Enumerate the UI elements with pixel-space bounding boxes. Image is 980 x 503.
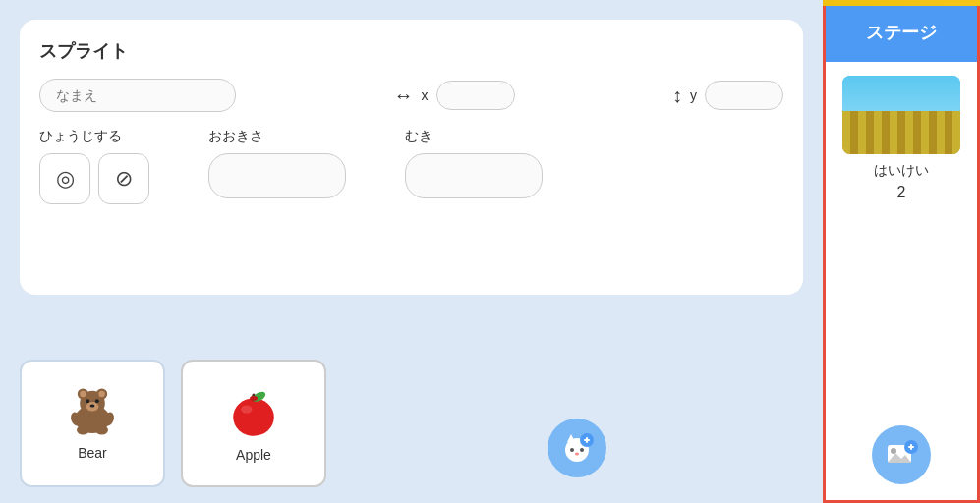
- svg-point-11: [95, 425, 108, 435]
- svg-point-4: [80, 391, 86, 397]
- add-sprite-button[interactable]: [548, 419, 606, 477]
- size-label: おおきさ: [208, 128, 346, 145]
- svg-point-22: [570, 448, 574, 452]
- svg-point-10: [77, 425, 89, 435]
- thumbnail-field: [842, 111, 960, 154]
- svg-rect-27: [586, 437, 588, 443]
- sprite-name-apple: Apple: [236, 447, 271, 463]
- x-coord-group: ↔ x: [394, 81, 515, 110]
- direction-input[interactable]: [405, 153, 543, 198]
- visibility-section: ひょうじする ◎ ⊘: [39, 128, 149, 204]
- add-backdrop-button[interactable]: [872, 425, 931, 484]
- direction-label: むき: [405, 128, 543, 145]
- apple-icon: [226, 384, 281, 439]
- svg-point-24: [575, 453, 579, 456]
- stage-button[interactable]: ステージ: [826, 3, 977, 62]
- hide-button[interactable]: ⊘: [98, 153, 149, 204]
- size-input[interactable]: [208, 153, 346, 198]
- show-button[interactable]: ◎: [39, 153, 90, 204]
- svg-point-18: [250, 396, 258, 401]
- sprite-panel: スプライト ↔ x ↕ y: [20, 20, 803, 295]
- svg-point-9: [90, 404, 95, 407]
- svg-point-8: [95, 399, 99, 403]
- eye-icon: ◎: [56, 166, 75, 192]
- sprite-name-input[interactable]: [39, 79, 236, 112]
- sprite-list: Bear Apple: [0, 344, 823, 503]
- eye-slash-icon: ⊘: [115, 166, 133, 192]
- x-label: x: [422, 87, 429, 103]
- visibility-buttons: ◎ ⊘: [39, 153, 149, 204]
- sprite-item-apple[interactable]: Apple: [181, 360, 326, 487]
- svg-point-7: [86, 399, 89, 403]
- thumbnail-sky: [842, 76, 960, 111]
- properties-row: ひょうじする ◎ ⊘ おおきさ: [39, 128, 783, 204]
- sprite-panel-title: スプライト: [39, 39, 783, 63]
- svg-point-14: [233, 398, 274, 435]
- svg-marker-20: [567, 434, 575, 442]
- stage-panel: ステージ はいけい 2: [823, 0, 980, 503]
- main-area: スプライト ↔ x ↕ y: [0, 0, 823, 503]
- y-axis-icon: ↕: [672, 84, 682, 107]
- add-backdrop-icon: [884, 437, 919, 473]
- x-input[interactable]: [436, 81, 515, 110]
- size-section: おおきさ: [208, 128, 346, 204]
- visibility-label: ひょうじする: [39, 128, 149, 145]
- svg-point-5: [98, 391, 104, 397]
- add-sprite-icon: [559, 430, 595, 466]
- x-axis-icon: ↔: [394, 84, 414, 107]
- svg-point-23: [580, 448, 584, 452]
- sprite-controls: ↔ x ↕ y: [39, 79, 783, 112]
- sprite-name-bear: Bear: [78, 445, 107, 461]
- y-input[interactable]: [705, 81, 783, 110]
- sprite-item-bear[interactable]: Bear: [20, 360, 165, 487]
- y-coord-group: ↕ y: [672, 81, 783, 110]
- stage-count: 2: [897, 184, 906, 201]
- svg-point-15: [241, 406, 252, 414]
- svg-rect-33: [910, 444, 912, 450]
- stage-thumbnail: [842, 76, 960, 154]
- stage-background-label: はいけい: [874, 162, 929, 180]
- direction-section: むき: [405, 128, 543, 204]
- bear-icon: [61, 386, 124, 437]
- y-label: y: [690, 87, 697, 103]
